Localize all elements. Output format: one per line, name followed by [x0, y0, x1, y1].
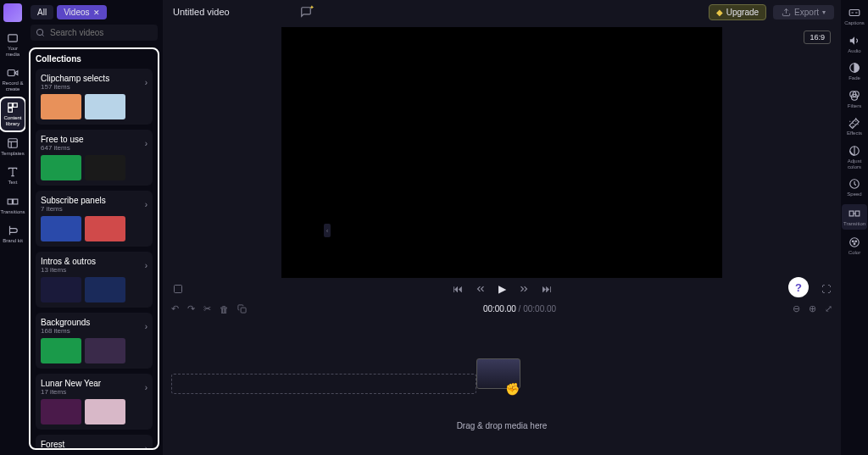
media-clip[interactable] — [476, 358, 520, 389]
svg-rect-13 — [241, 308, 246, 313]
collection-item[interactable]: Backgrounds168 items› — [36, 313, 153, 369]
track-area[interactable]: ✊ — [171, 325, 832, 418]
chevron-right-icon: › — [145, 322, 147, 331]
collection-thumb[interactable] — [41, 399, 81, 424]
collection-thumb[interactable] — [85, 277, 125, 302]
collection-thumb[interactable] — [41, 155, 81, 180]
upgrade-button[interactable]: ◆Upgrade — [709, 4, 766, 20]
collection-item[interactable]: Forest31 items› — [36, 435, 153, 450]
collection-item[interactable]: Lunar New Year17 items› — [36, 374, 153, 430]
collapse-sidebar-handle[interactable]: ‹ — [324, 224, 331, 237]
collection-thumb[interactable] — [85, 216, 125, 241]
collection-thumb[interactable] — [41, 216, 81, 241]
rr-audio[interactable]: Audio — [848, 33, 860, 56]
svg-rect-0 — [8, 35, 18, 42]
project-title-input[interactable] — [170, 5, 293, 19]
rail-brand-kit[interactable]: Brand kit — [1, 221, 25, 247]
close-icon[interactable]: ✕ — [93, 8, 100, 17]
collection-thumb[interactable] — [85, 338, 125, 363]
templates-icon — [7, 137, 19, 149]
search-icon — [36, 28, 45, 37]
svg-rect-4 — [8, 108, 13, 113]
collection-name: Free to use — [41, 135, 84, 144]
aspect-ratio-button[interactable]: 16:9 — [804, 31, 831, 44]
skip-start-button[interactable]: ⏮ — [453, 283, 463, 295]
collection-thumb[interactable] — [41, 94, 81, 119]
rr-transition[interactable]: Transition — [842, 204, 867, 230]
zoom-in-button[interactable]: ⊕ — [809, 303, 816, 314]
help-button[interactable]: ? — [788, 277, 809, 297]
tab-videos[interactable]: Videos✕ — [57, 5, 106, 19]
collection-name: Intros & outros — [41, 257, 96, 266]
chevron-right-icon: › — [145, 200, 147, 209]
collection-name: Clipchamp selects — [41, 74, 109, 83]
sidebar-tabs: All Videos✕ — [29, 5, 159, 19]
zoom-fit-button[interactable]: ⤢ — [825, 303, 832, 314]
rail-label: Record & create — [1, 80, 25, 92]
rr-fade[interactable]: Fade — [849, 60, 860, 83]
chevron-right-icon: › — [145, 78, 147, 87]
svg-rect-14 — [849, 10, 860, 16]
text-icon — [7, 166, 19, 178]
tab-all[interactable]: All — [31, 5, 53, 19]
collection-item[interactable]: Intros & outros13 items› — [36, 252, 153, 308]
search-field[interactable] — [31, 25, 158, 41]
collection-count: 7 items — [41, 205, 106, 213]
rr-speed[interactable]: Speed — [847, 176, 861, 199]
main-area: ✦ ◆Upgrade Export▾ 16:9 ⏮ ▶ ⏭ ⛶ ↶ ↷ ✂ 🗑 … — [163, 0, 841, 455]
step-back-button[interactable] — [475, 283, 487, 295]
diamond-icon: ◆ — [716, 8, 723, 17]
skip-end-button[interactable]: ⏭ — [542, 283, 552, 295]
content-sidebar: All Videos✕ Collections Clipchamp select… — [25, 0, 163, 455]
svg-rect-22 — [855, 211, 860, 216]
export-icon — [782, 8, 791, 17]
collection-item[interactable]: Clipchamp selects157 items› — [36, 69, 153, 125]
collection-thumb[interactable] — [85, 155, 125, 180]
brand-logo[interactable] — [3, 3, 22, 22]
svg-point-24 — [852, 241, 854, 242]
rr-filters[interactable]: Filters — [848, 88, 861, 111]
rr-color[interactable]: Color — [849, 235, 860, 258]
transitions-icon — [7, 196, 19, 208]
stage-wrap: 16:9 — [163, 24, 841, 278]
delete-button[interactable]: 🗑 — [220, 304, 229, 314]
preview-stage[interactable] — [281, 27, 722, 278]
rail-transitions[interactable]: Transitions — [1, 192, 25, 219]
review-icon[interactable]: ✦ — [300, 6, 312, 18]
rr-effects[interactable]: Effects — [847, 115, 862, 138]
svg-point-23 — [850, 238, 860, 247]
collection-name: Forest — [41, 440, 66, 449]
collection-thumb[interactable] — [85, 94, 125, 119]
rr-captions[interactable]: Captions — [844, 5, 865, 28]
collection-item[interactable]: Subscribe panels7 items› — [36, 191, 153, 247]
play-button[interactable]: ▶ — [498, 283, 506, 295]
search-input[interactable] — [50, 28, 153, 37]
svg-rect-12 — [175, 286, 182, 293]
rr-label: Captions — [844, 20, 865, 26]
collection-name: Lunar New Year — [41, 379, 101, 388]
rail-content-library[interactable]: Content library — [1, 98, 25, 130]
rail-record-create[interactable]: Record & create — [1, 64, 25, 95]
redo-button[interactable]: ↷ — [187, 303, 195, 314]
top-bar: ✦ ◆Upgrade Export▾ — [163, 0, 841, 24]
rr-adjust-colors[interactable]: Adjust colors — [841, 143, 868, 171]
rail-label: Templates — [1, 151, 24, 157]
drop-zone[interactable] — [171, 374, 476, 394]
rail-templates[interactable]: Templates — [1, 134, 25, 160]
collection-thumb[interactable] — [41, 338, 81, 363]
step-forward-button[interactable] — [518, 283, 530, 295]
svg-point-25 — [855, 241, 857, 242]
collection-thumb[interactable] — [85, 399, 125, 424]
collection-item[interactable]: Free to use647 items› — [36, 130, 153, 186]
split-button[interactable]: ✂ — [203, 303, 211, 314]
undo-button[interactable]: ↶ — [171, 303, 179, 314]
chevron-right-icon: › — [145, 444, 147, 451]
export-button[interactable]: Export▾ — [773, 5, 834, 19]
rail-text[interactable]: Text — [1, 163, 25, 189]
collection-thumb[interactable] — [41, 277, 81, 302]
rail-your-media[interactable]: Your media — [1, 29, 25, 60]
fullscreen-button[interactable]: ⛶ — [821, 284, 831, 294]
duplicate-button[interactable] — [237, 304, 247, 314]
timeline[interactable]: ✊ Drag & drop media here — [163, 318, 841, 455]
zoom-out-button[interactable]: ⊖ — [793, 303, 800, 314]
